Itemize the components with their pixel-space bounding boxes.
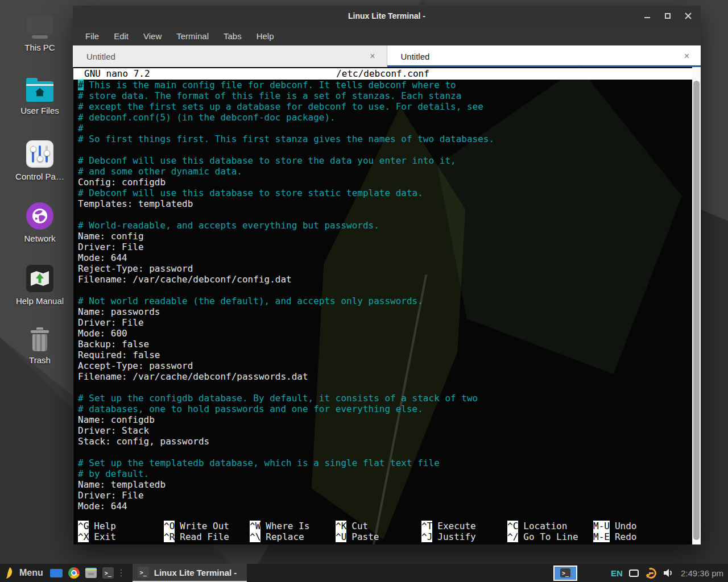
menu-button[interactable]: Menu — [19, 568, 43, 578]
nano-shortcut-where-is: ^WWhere Is — [250, 521, 336, 531]
window-titlebar[interactable]: Linux Lite Terminal - — [73, 6, 701, 26]
editor-line — [78, 285, 688, 296]
editor-line — [78, 447, 688, 458]
tab-label: Untitled — [401, 52, 430, 61]
maximize-button[interactable] — [664, 13, 671, 19]
editor-line: # databases, one to hold passwords and o… — [78, 404, 688, 414]
nano-shortcut-help: ^GHelp — [78, 521, 164, 531]
editor-line: # store data. The format of this file is… — [78, 90, 688, 101]
workspace-pager-icon[interactable] — [50, 569, 63, 577]
editor-text: # This is the main config file for debco… — [78, 80, 688, 512]
editor-line: # Not world readable (the default), and … — [78, 296, 688, 306]
taskbar: Menu >_ >_ Linux Lite Terminal - >_ EN 2… — [0, 564, 728, 582]
menu-item-terminal[interactable]: Terminal — [173, 30, 212, 43]
editor-line: # except the first sets up a database fo… — [78, 101, 688, 112]
desktop-icon-this-pc[interactable]: This PC — [8, 16, 72, 52]
tab-untitled-2[interactable]: Untitled × — [387, 45, 701, 67]
terminal-icon: >_ — [138, 567, 149, 578]
editor-line: Driver: File — [78, 242, 688, 252]
menu-bar: FileEditViewTerminalTabsHelp — [73, 26, 701, 45]
terminal-window: Linux Lite Terminal - FileEditViewTermin… — [73, 6, 701, 544]
editor-line: # This is the main config file for debco… — [78, 80, 688, 90]
editor-line: Driver: Stack — [78, 425, 688, 436]
linux-lite-logo-icon[interactable] — [5, 566, 14, 580]
editor-line: # debconf.conf(5) (in the debconf-doc pa… — [78, 112, 688, 123]
menu-item-file[interactable]: File — [82, 30, 102, 43]
keyboard-layout-indicator[interactable]: EN — [611, 568, 623, 578]
clock[interactable]: 2:49:36 pm — [681, 568, 723, 578]
desktop-icon-network[interactable]: Network — [8, 202, 72, 243]
editor-line: # Debconf will use this database to stor… — [78, 188, 688, 198]
nano-shortcut-execute: ^TExecute — [421, 521, 507, 531]
trash-can-icon — [31, 327, 49, 351]
scrollbar-thumb[interactable] — [693, 81, 700, 540]
menu-item-view[interactable]: View — [140, 30, 164, 43]
tray-terminal-button[interactable]: >_ — [553, 566, 577, 581]
desktop-icon-user-files[interactable]: User Files — [8, 77, 72, 115]
menu-item-help[interactable]: Help — [254, 30, 277, 43]
clipboard-tray-icon[interactable] — [629, 569, 639, 577]
nano-shortcut-bar: ^GHelp^XExit^OWrite Out^RRead File^WWher… — [78, 521, 679, 542]
editor-line: Mode: 644 — [78, 252, 688, 263]
desktop-icon-help-manual[interactable]: Help Manual — [8, 265, 72, 306]
text-cursor: # — [78, 80, 84, 90]
desktop-icon-trash[interactable]: Trash — [8, 327, 72, 365]
editor-line: Mode: 600 — [78, 328, 688, 339]
editor-line — [78, 209, 688, 220]
nano-shortcut-exit: ^XExit — [78, 531, 164, 542]
nano-shortcut-location: ^CLocation — [507, 521, 593, 531]
tab-close-icon[interactable]: × — [370, 52, 375, 61]
editor-line: Name: config — [78, 231, 688, 242]
editor-line: # Debconf will use this database to stor… — [78, 155, 688, 166]
manual-book-icon — [26, 265, 53, 292]
file-manager-icon[interactable] — [85, 568, 97, 578]
editor-line: # by default. — [78, 468, 688, 479]
nano-shortcut-write-out: ^OWrite Out — [164, 521, 250, 531]
menu-item-tabs[interactable]: Tabs — [221, 30, 245, 43]
editor-line — [78, 382, 688, 393]
nano-shortcut-cut: ^KCut — [336, 521, 421, 531]
tab-close-icon[interactable]: × — [684, 52, 689, 61]
editor-line: Filename: /var/cache/debconf/config.dat — [78, 274, 688, 285]
minimize-button[interactable] — [644, 13, 651, 19]
chrome-icon[interactable] — [68, 567, 80, 579]
desktop-icon-label: Control Pa… — [15, 172, 64, 181]
task-button-label: Linux Lite Terminal - — [154, 568, 237, 577]
desktop-icon-label: User Files — [20, 106, 59, 115]
editor-line: Templates: templatedb — [78, 198, 688, 209]
desktop-icon-label: Trash — [29, 355, 51, 365]
tab-untitled-1[interactable]: Untitled × — [73, 45, 387, 67]
editor-line — [78, 144, 688, 155]
editor-line: Mode: 644 — [78, 501, 688, 512]
editor-line: # and some other dynamic data. — [78, 166, 688, 177]
nano-shortcut-undo: M-UUndo — [593, 521, 679, 531]
terminal-icon: >_ — [560, 568, 570, 577]
editor-line: Filename: /var/cache/debconf/passwords.d… — [78, 371, 688, 382]
close-button[interactable] — [685, 13, 692, 19]
terminal-launcher-icon[interactable]: >_ — [102, 567, 114, 579]
desktop-icon-label: Network — [24, 234, 55, 243]
tab-label: Untitled — [86, 52, 115, 61]
tab-bar: Untitled × Untitled × — [73, 45, 701, 67]
terminal-content[interactable]: GNU nano 7.2 /etc/debconf.conf # This is… — [73, 67, 701, 544]
this-pc-icon — [27, 16, 53, 39]
editor-line: Backup: false — [78, 339, 688, 350]
home-folder-icon — [26, 81, 53, 102]
globe-icon — [26, 202, 53, 230]
update-notifier-icon[interactable] — [645, 567, 657, 579]
nano-shortcut-redo: M-ERedo — [593, 531, 679, 542]
desktop-icon-label: Help Manual — [16, 296, 64, 306]
scrollbar-track[interactable] — [692, 67, 701, 544]
editor-line: Stack: config, passwords — [78, 436, 688, 447]
editor-line: # Set up the templatedb database, which … — [78, 458, 688, 468]
desktop-icon-control-panel[interactable]: Control Pa… — [8, 140, 72, 181]
taskbar-separator[interactable] — [119, 568, 123, 578]
desktop-icon-label: This PC — [24, 43, 55, 52]
window-title: Linux Lite Terminal - — [73, 6, 701, 26]
editor-line: # World-readable, and accepts everything… — [78, 220, 688, 231]
task-button-terminal[interactable]: >_ Linux Lite Terminal - — [133, 564, 247, 582]
menu-item-edit[interactable]: Edit — [111, 30, 131, 43]
editor-line: Accept-Type: password — [78, 360, 688, 371]
editor-line: Reject-Type: password — [78, 263, 688, 274]
volume-icon[interactable] — [663, 568, 673, 577]
